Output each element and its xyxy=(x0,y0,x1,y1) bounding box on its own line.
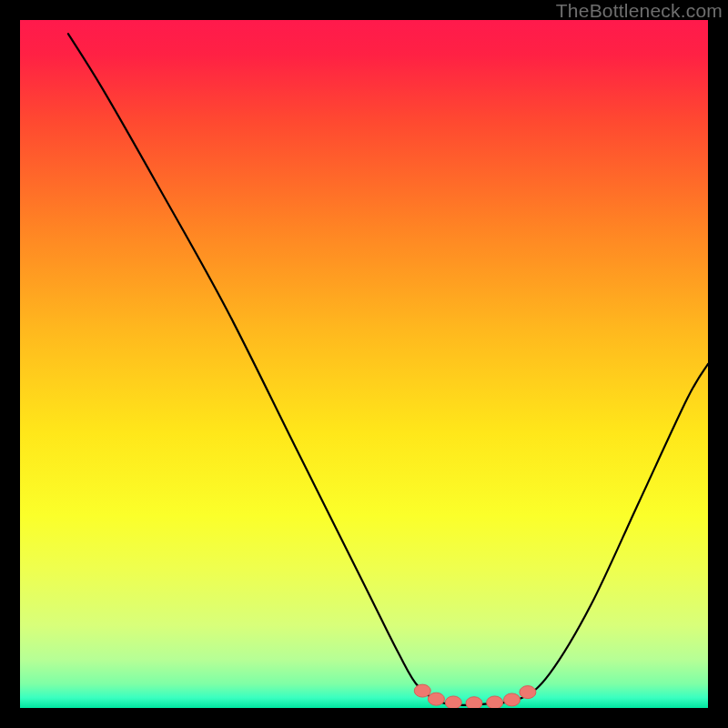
bottleneck-curve xyxy=(20,20,708,708)
watermark-text: TheBottleneck.com xyxy=(556,0,723,22)
curve-marker xyxy=(520,686,536,699)
curve-marker xyxy=(466,697,482,708)
curve-marker xyxy=(414,684,430,697)
chart-plot-area xyxy=(20,20,708,708)
curve-marker xyxy=(487,696,503,708)
curve-marker xyxy=(504,693,521,706)
curve-marker xyxy=(428,693,444,705)
curve-marker xyxy=(445,696,461,708)
